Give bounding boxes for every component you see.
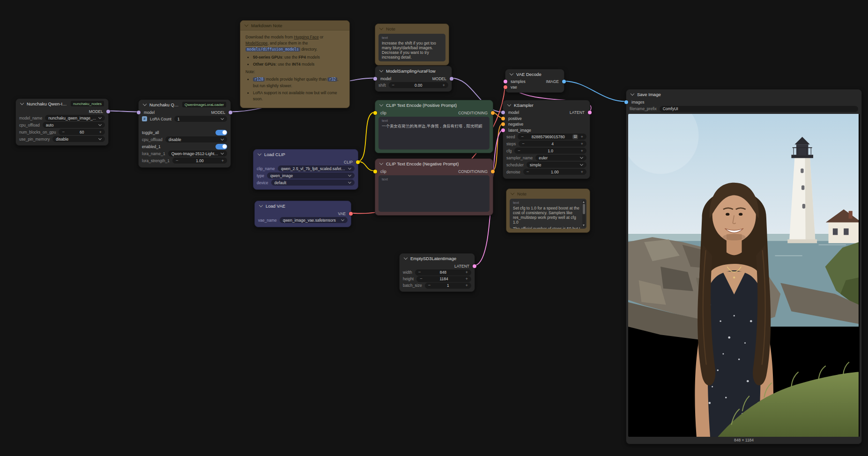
decrement-icon[interactable]: − <box>176 158 178 163</box>
device-select[interactable]: default <box>271 179 355 186</box>
collapse-icon[interactable] <box>507 103 511 107</box>
decrement-icon[interactable]: − <box>527 170 529 174</box>
output-port-vae[interactable] <box>349 212 353 216</box>
node-header[interactable]: CLIP Text Encode (Positive Prompt) <box>375 100 493 110</box>
decrement-icon[interactable]: − <box>62 130 65 135</box>
decrement-icon[interactable]: − <box>521 135 524 139</box>
output-port-model[interactable] <box>106 110 110 113</box>
type-select[interactable]: qwen_image <box>267 172 355 179</box>
lora-count-select[interactable]: 1 <box>174 116 227 122</box>
cfg-stepper[interactable]: − 1.0 + <box>514 148 586 154</box>
input-port-model[interactable] <box>137 111 141 114</box>
decrement-icon[interactable]: − <box>420 277 423 281</box>
output-port-latent[interactable] <box>473 264 476 268</box>
collapse-icon[interactable] <box>259 204 263 208</box>
input-port-images[interactable] <box>624 100 628 104</box>
increment-icon[interactable]: + <box>442 83 445 88</box>
increment-icon[interactable]: + <box>580 135 583 139</box>
model-name-select[interactable]: nunchaku_qwen_image_... <box>45 115 105 121</box>
node-header[interactable]: Save Image <box>626 90 861 99</box>
steps-stepper[interactable]: − 4 + <box>519 141 586 147</box>
input-port-samples[interactable] <box>504 80 507 83</box>
randomize-icon[interactable]: ⚄ <box>572 135 578 139</box>
node-header[interactable]: Note <box>375 24 449 33</box>
input-port-latent-image[interactable] <box>501 128 505 132</box>
output-port-image[interactable] <box>562 80 566 83</box>
node-header[interactable]: Markdown Note <box>240 21 349 30</box>
increment-icon[interactable]: + <box>580 142 583 146</box>
node-header[interactable]: Load VAE <box>255 201 351 210</box>
denoise-stepper[interactable]: − 1.00 + <box>523 169 586 175</box>
scrollbar-thumb[interactable] <box>583 204 585 214</box>
node-header[interactable]: Note <box>506 189 590 198</box>
modelscope-link[interactable]: ModelScope <box>245 41 267 45</box>
node-header[interactable]: Nunchaku Qwen-Image DiT Loa... nunchaku_… <box>16 99 108 108</box>
scroll-down-icon[interactable] <box>583 224 585 226</box>
increment-icon[interactable]: + <box>465 283 468 288</box>
output-port-clip[interactable] <box>356 160 360 164</box>
text-widget[interactable]: text Increase the shift if you get too m… <box>378 34 445 61</box>
node-header[interactable]: KSampler <box>503 100 590 110</box>
shift-stepper[interactable]: − 0.00 + <box>389 82 448 88</box>
collapse-icon[interactable] <box>20 102 24 105</box>
prompt-textarea[interactable]: text <box>378 175 490 212</box>
decrement-icon[interactable]: − <box>522 142 525 146</box>
node-header[interactable]: EmptySD3LatentImage <box>400 254 475 263</box>
input-port-model[interactable] <box>373 77 377 81</box>
text-widget[interactable]: text Set cfg to 1.0 for a speed boost at… <box>510 199 586 229</box>
clip-name-select[interactable]: qwen_2.5_vl_7b_fp8_scaled.safetensors <box>278 165 355 172</box>
increment-icon[interactable]: + <box>465 277 468 281</box>
lora-strength-stepper[interactable]: − 1.00 + <box>172 157 227 164</box>
increment-icon[interactable]: + <box>580 170 583 174</box>
input-port-vae[interactable] <box>504 85 507 89</box>
increment-icon[interactable]: + <box>580 149 583 153</box>
input-port-clip[interactable] <box>373 170 377 173</box>
width-stepper[interactable]: − 848 + <box>415 269 471 276</box>
increment-icon[interactable]: + <box>221 158 224 163</box>
collapse-icon[interactable] <box>143 103 147 106</box>
decrement-icon[interactable]: − <box>418 270 421 275</box>
collapse-icon[interactable] <box>258 152 261 156</box>
height-stepper[interactable]: − 1184 + <box>416 276 471 282</box>
decrement-icon[interactable]: − <box>518 149 520 153</box>
huggingface-link[interactable]: Hugging Face <box>294 35 319 39</box>
input-port-model[interactable] <box>501 111 505 114</box>
filename-prefix-input[interactable]: ComfyUI <box>660 106 858 112</box>
collapse-icon[interactable] <box>511 192 514 195</box>
collapse-icon[interactable] <box>379 103 383 107</box>
scrollbar[interactable] <box>582 200 586 227</box>
node-header[interactable]: ModelSamplingAuraFlow <box>375 66 452 75</box>
collapse-icon[interactable] <box>245 23 248 27</box>
node-header[interactable]: VAE Decode <box>505 69 564 79</box>
input-port-clip[interactable] <box>373 111 377 115</box>
vae-name-select[interactable]: qwen_image_vae.safetensors <box>280 217 348 223</box>
enabled-1-switch[interactable] <box>215 144 227 150</box>
collapse-icon[interactable] <box>404 256 408 260</box>
lora-name-select[interactable]: Qwen-Image-2512-Lightning-... <box>168 150 227 157</box>
num-blocks-stepper[interactable]: − 60 + <box>59 129 105 135</box>
cpu-offload-select[interactable]: disable <box>165 136 227 142</box>
prompt-textarea[interactable]: text 一个美女在荷兰的海岸边,半身照，身后有灯塔，阳光明媚 <box>378 117 490 150</box>
decrement-icon[interactable]: − <box>428 283 431 288</box>
node-header[interactable]: CLIP Text Encode (Negative Prompt) <box>375 159 493 168</box>
collapse-icon[interactable] <box>510 72 513 76</box>
output-port-conditioning[interactable] <box>491 170 495 173</box>
collapse-icon[interactable] <box>631 92 634 96</box>
scroll-up-icon[interactable] <box>583 201 585 203</box>
output-port-conditioning[interactable] <box>491 111 495 115</box>
collapse-icon[interactable] <box>379 162 383 165</box>
input-port-positive[interactable] <box>501 117 505 120</box>
node-header[interactable]: Nunchaku Qwen Image L... QwenImageLoraLo… <box>139 100 230 109</box>
increment-icon[interactable]: + <box>99 130 102 135</box>
cpu-offload-select[interactable]: auto <box>43 122 105 128</box>
pin-memory-select[interactable]: disable <box>52 136 105 142</box>
seed-stepper[interactable]: − 828857969015780 ⚄ + <box>518 134 586 140</box>
collapse-icon[interactable] <box>379 27 383 30</box>
sampler-select[interactable]: euler <box>535 155 586 161</box>
output-port-model[interactable] <box>450 77 453 81</box>
decrement-icon[interactable]: − <box>392 83 395 88</box>
collapse-icon[interactable] <box>379 69 383 73</box>
increment-icon[interactable]: + <box>465 270 468 275</box>
input-port-negative[interactable] <box>501 122 505 126</box>
output-port-model[interactable] <box>229 111 232 114</box>
